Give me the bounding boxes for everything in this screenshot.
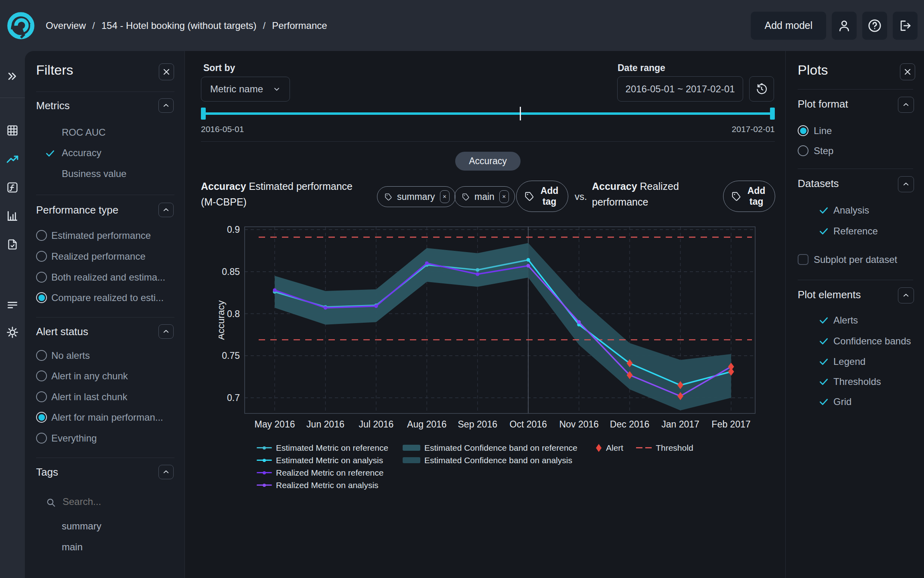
series-1-point: [527, 264, 530, 267]
rail-table-view[interactable]: [6, 124, 19, 137]
dataset-item-analysis[interactable]: Analysis: [819, 205, 869, 216]
option-compare-realized-estimated[interactable]: Compare realized to esti...: [51, 292, 164, 303]
date-range-slider-track[interactable]: [201, 112, 775, 115]
nannyml-logo[interactable]: [6, 11, 35, 40]
datasets-collapse-button[interactable]: [898, 176, 914, 192]
sort-by-select[interactable]: Metric name: [201, 77, 290, 102]
performance-chart[interactable]: 0.90.850.80.750.7May 2016Jun 2016Jul 201…: [219, 221, 780, 438]
user-button[interactable]: [832, 12, 857, 40]
legend-item-band-analysis[interactable]: Estimated Confidence band on analysis: [403, 454, 572, 466]
plot-element-confidence-bands[interactable]: Confidence bands: [819, 336, 911, 347]
plot-format-collapse-button[interactable]: [898, 97, 914, 113]
legend-band-swatch: [403, 445, 420, 451]
tags-search-input[interactable]: [62, 496, 160, 508]
help-button[interactable]: [862, 12, 887, 40]
metric-item-roc-auc[interactable]: ROC AUC: [62, 127, 105, 138]
left-plot-metric: Accuracy: [201, 181, 246, 192]
option-everything[interactable]: Everything: [51, 433, 97, 444]
table-icon: [6, 124, 19, 137]
check-icon: [819, 336, 829, 346]
subplot-per-dataset-checkbox[interactable]: [798, 254, 808, 265]
radio-plot-format-step[interactable]: [798, 145, 808, 156]
section-divider: [798, 89, 913, 90]
rail-logs-view[interactable]: [6, 238, 19, 251]
radio-alert-any-chunk[interactable]: [36, 370, 47, 381]
radio-everything[interactable]: [36, 433, 47, 444]
option-both-realized-estimated[interactable]: Both realized and estima...: [51, 272, 165, 283]
option-alert-last-chunk[interactable]: Alert in last chunk: [51, 391, 127, 403]
legend-item-alert[interactable]: Alert Threshold: [596, 442, 693, 454]
dataset-item-reference[interactable]: Reference: [819, 226, 878, 237]
check-icon: [819, 205, 829, 216]
legend-item-realized-analysis[interactable]: Realized Metric on analysis: [257, 479, 379, 491]
radio-estimated-performance[interactable]: [36, 230, 47, 241]
legend-item-estimated-analysis[interactable]: Estimated Metric on analysis: [257, 454, 383, 466]
radio-alert-main-performance[interactable]: [36, 412, 47, 423]
breadcrumb-model[interactable]: 154 - Hotel booking (without targets): [101, 20, 257, 31]
radio-realized-performance[interactable]: [36, 251, 47, 262]
plot-element-legend[interactable]: Legend: [819, 356, 865, 367]
radio-both-realized-estimated[interactable]: [36, 272, 47, 283]
logout-button[interactable]: [893, 12, 918, 40]
legend-item-realized-reference[interactable]: Realized Metric on reference: [257, 466, 383, 479]
date-range-input[interactable]: 2016-05-01 ~ 2017-02-01: [617, 76, 743, 102]
metrics-collapse-button[interactable]: [158, 98, 174, 113]
tag-chip-summary[interactable]: summary ✕: [377, 186, 456, 207]
tag-remove-button[interactable]: ✕: [440, 190, 450, 203]
series-0-point: [476, 268, 479, 272]
legend-item-estimated-reference[interactable]: Estimated Metric on reference: [257, 442, 388, 454]
rail-settings-button[interactable]: [6, 326, 19, 339]
tag-icon: [732, 191, 741, 201]
metric-item-business-value[interactable]: Business value: [62, 168, 126, 179]
legend-band-swatch: [403, 457, 420, 463]
tag-item-main[interactable]: main: [62, 541, 83, 553]
date-range-reset-button[interactable]: [749, 76, 774, 102]
tag-remove-button[interactable]: ✕: [499, 190, 509, 203]
add-model-button[interactable]: Add model: [751, 12, 826, 40]
tag-item-summary[interactable]: summary: [62, 521, 101, 532]
alert-diamond-icon: [596, 444, 602, 452]
plots-close-button[interactable]: [900, 63, 915, 80]
chevron-up-icon: [162, 328, 170, 335]
add-tag-button-right[interactable]: Addtag: [723, 181, 775, 212]
breadcrumb-overview[interactable]: Overview: [46, 20, 86, 31]
metric-tab-accuracy[interactable]: Accuracy: [455, 152, 521, 171]
radio-compare-realized-estimated[interactable]: [36, 292, 47, 303]
alert-status-collapse-button[interactable]: [158, 324, 174, 339]
y-tick-label: 0.75: [222, 350, 240, 361]
option-realized-performance[interactable]: Realized performance: [51, 251, 146, 262]
rail-menu-button[interactable]: [6, 299, 19, 311]
radio-plot-format-line[interactable]: [798, 125, 808, 136]
option-plot-format-step[interactable]: Step: [814, 145, 833, 157]
option-estimated-performance[interactable]: Estimated performance: [51, 230, 151, 241]
plot-format-section-title: Plot format: [798, 98, 848, 110]
slider-handle-start[interactable]: [201, 108, 206, 120]
plot-elements-collapse-button[interactable]: [898, 287, 914, 303]
tags-collapse-button[interactable]: [158, 465, 174, 479]
radio-alert-last-chunk[interactable]: [36, 391, 47, 402]
legend-label: Estimated Metric on reference: [276, 443, 388, 453]
metric-item-accuracy[interactable]: Accuracy: [62, 147, 101, 159]
filters-close-button[interactable]: [159, 63, 174, 80]
option-alert-main-performance[interactable]: Alert for main performan...: [51, 412, 163, 423]
tags-section-title: Tags: [36, 466, 58, 478]
rail-performance-view[interactable]: [6, 153, 19, 166]
option-plot-format-line[interactable]: Line: [814, 125, 832, 136]
subplot-per-dataset-label[interactable]: Subplot per dataset: [814, 254, 897, 265]
plot-element-grid[interactable]: Grid: [819, 396, 851, 407]
app-root: Overview / 154 - Hotel booking (without …: [0, 0, 924, 578]
option-alert-any-chunk[interactable]: Alert in any chunk: [51, 370, 128, 382]
plot-element-alerts[interactable]: Alerts: [819, 315, 858, 326]
tag-chip-main[interactable]: main ✕: [454, 186, 515, 207]
add-tag-button-left[interactable]: Addtag: [516, 181, 568, 212]
performance-type-collapse-button[interactable]: [158, 203, 174, 217]
slider-handle-end[interactable]: [770, 108, 775, 120]
legend-item-band-reference[interactable]: Estimated Confidence band on reference: [403, 442, 578, 454]
plot-element-thresholds[interactable]: Thresholds: [819, 376, 881, 387]
option-no-alerts[interactable]: No alerts: [51, 350, 90, 361]
rail-function-view[interactable]: [6, 181, 19, 194]
expand-sidebar-button[interactable]: [6, 70, 18, 82]
rail-distribution-view[interactable]: [6, 210, 19, 222]
radio-no-alerts[interactable]: [36, 350, 47, 361]
legend-line-swatch: [257, 484, 272, 486]
